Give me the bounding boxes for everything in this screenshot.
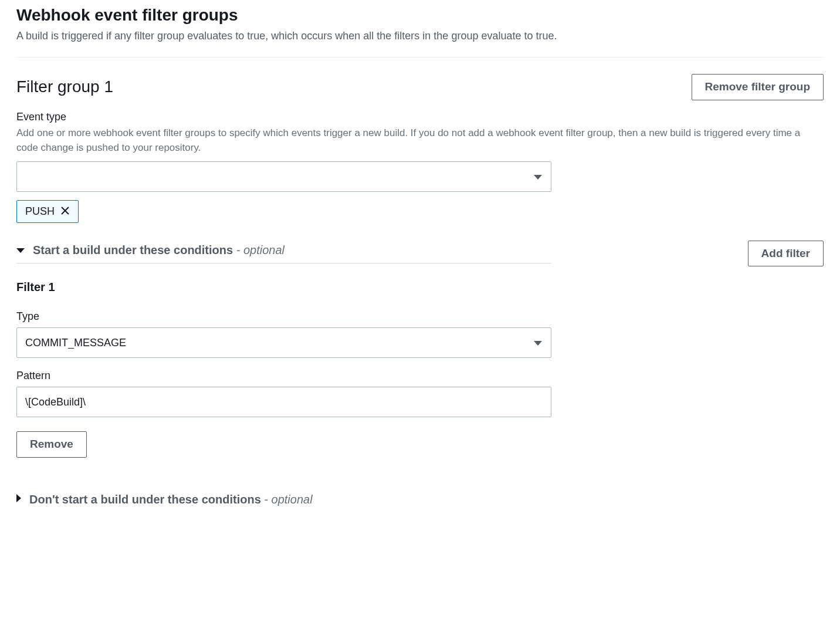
start-conditions-title: Start a build under these conditions: [33, 244, 233, 256]
event-type-description: Add one or more webhook event filter gro…: [16, 126, 824, 156]
remove-filter-button[interactable]: Remove: [16, 431, 87, 458]
filter-heading: Filter 1: [16, 280, 824, 294]
optional-suffix: - optional: [233, 244, 284, 256]
add-filter-button[interactable]: Add filter: [748, 241, 824, 267]
filter-pattern-label: Pattern: [16, 370, 824, 382]
close-icon[interactable]: [60, 205, 70, 217]
tag-label: PUSH: [25, 205, 55, 218]
event-type-tag[interactable]: PUSH: [16, 200, 79, 223]
page-title: Webhook event filter groups: [16, 6, 824, 25]
dont-start-conditions-toggle[interactable]: Don't start a build under these conditio…: [16, 493, 824, 506]
filter-type-select[interactable]: COMMIT_MESSAGE: [16, 327, 551, 358]
start-conditions-toggle[interactable]: Start a build under these conditions - o…: [16, 244, 551, 263]
page-description: A build is triggered if any filter group…: [16, 28, 824, 44]
remove-filter-group-button[interactable]: Remove filter group: [692, 74, 824, 100]
dont-start-title: Don't start a build under these conditio…: [29, 493, 261, 506]
caret-down-icon: [16, 245, 25, 255]
filter-pattern-input[interactable]: [16, 387, 551, 417]
event-type-select[interactable]: [16, 161, 551, 192]
filter-group-title: Filter group 1: [16, 77, 113, 96]
event-type-label: Event type: [16, 111, 824, 123]
filter-type-label: Type: [16, 310, 824, 323]
caret-right-icon: [16, 494, 21, 505]
optional-suffix: - optional: [261, 493, 313, 506]
